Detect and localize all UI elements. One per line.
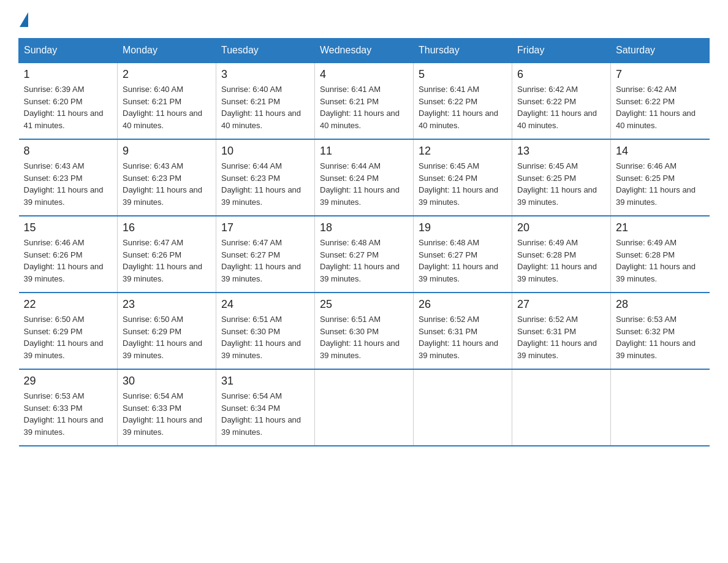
day-info: Sunrise: 6:39 AM Sunset: 6:20 PM Dayligh… (24, 83, 113, 131)
table-row: 20Sunrise: 6:49 AM Sunset: 6:28 PM Dayli… (512, 216, 611, 293)
day-number: 15 (24, 221, 113, 234)
table-row: 24Sunrise: 6:51 AM Sunset: 6:30 PM Dayli… (216, 293, 315, 369)
week-row-2: 8Sunrise: 6:43 AM Sunset: 6:23 PM Daylig… (19, 139, 710, 216)
table-row: 21Sunrise: 6:49 AM Sunset: 6:28 PM Dayli… (611, 216, 710, 293)
day-info: Sunrise: 6:43 AM Sunset: 6:23 PM Dayligh… (123, 160, 211, 208)
table-row: 26Sunrise: 6:52 AM Sunset: 6:31 PM Dayli… (414, 293, 512, 369)
day-number: 23 (123, 298, 211, 311)
table-row: 9Sunrise: 6:43 AM Sunset: 6:23 PM Daylig… (118, 139, 216, 216)
day-info: Sunrise: 6:54 AM Sunset: 6:33 PM Dayligh… (123, 390, 211, 438)
day-info: Sunrise: 6:52 AM Sunset: 6:31 PM Dayligh… (517, 313, 605, 361)
table-row: 27Sunrise: 6:52 AM Sunset: 6:31 PM Dayli… (512, 293, 611, 369)
table-row: 14Sunrise: 6:46 AM Sunset: 6:25 PM Dayli… (611, 139, 710, 216)
table-row: 17Sunrise: 6:47 AM Sunset: 6:27 PM Dayli… (216, 216, 315, 293)
page-header (18, 12, 710, 26)
calendar-header: SundayMondayTuesdayWednesdayThursdayFrid… (19, 39, 710, 63)
header-saturday: Saturday (611, 39, 710, 63)
table-row: 23Sunrise: 6:50 AM Sunset: 6:29 PM Dayli… (118, 293, 216, 369)
table-row: 29Sunrise: 6:53 AM Sunset: 6:33 PM Dayli… (19, 369, 118, 446)
day-number: 10 (221, 145, 309, 158)
logo (18, 12, 28, 26)
header-monday: Monday (118, 39, 216, 63)
table-row (315, 369, 414, 446)
header-thursday: Thursday (414, 39, 512, 63)
day-number: 14 (616, 145, 705, 158)
day-info: Sunrise: 6:42 AM Sunset: 6:22 PM Dayligh… (616, 83, 705, 131)
day-info: Sunrise: 6:45 AM Sunset: 6:24 PM Dayligh… (419, 160, 507, 208)
day-info: Sunrise: 6:48 AM Sunset: 6:27 PM Dayligh… (419, 237, 507, 285)
header-row: SundayMondayTuesdayWednesdayThursdayFrid… (19, 39, 710, 63)
day-info: Sunrise: 6:47 AM Sunset: 6:27 PM Dayligh… (221, 237, 309, 285)
table-row: 30Sunrise: 6:54 AM Sunset: 6:33 PM Dayli… (118, 369, 216, 446)
day-info: Sunrise: 6:46 AM Sunset: 6:25 PM Dayligh… (616, 160, 705, 208)
day-info: Sunrise: 6:48 AM Sunset: 6:27 PM Dayligh… (320, 237, 408, 285)
day-info: Sunrise: 6:53 AM Sunset: 6:33 PM Dayligh… (24, 390, 113, 438)
day-number: 7 (616, 68, 705, 81)
day-info: Sunrise: 6:43 AM Sunset: 6:23 PM Dayligh… (24, 160, 113, 208)
day-number: 20 (517, 221, 605, 234)
day-number: 17 (221, 221, 309, 234)
table-row: 1Sunrise: 6:39 AM Sunset: 6:20 PM Daylig… (19, 63, 118, 139)
day-info: Sunrise: 6:49 AM Sunset: 6:28 PM Dayligh… (517, 237, 605, 285)
table-row: 22Sunrise: 6:50 AM Sunset: 6:29 PM Dayli… (19, 293, 118, 369)
day-number: 1 (24, 68, 113, 81)
day-number: 21 (616, 221, 705, 234)
header-friday: Friday (512, 39, 611, 63)
day-number: 11 (320, 145, 408, 158)
table-row (414, 369, 512, 446)
week-row-5: 29Sunrise: 6:53 AM Sunset: 6:33 PM Dayli… (19, 369, 710, 446)
table-row: 2Sunrise: 6:40 AM Sunset: 6:21 PM Daylig… (118, 63, 216, 139)
day-number: 19 (419, 221, 507, 234)
day-info: Sunrise: 6:44 AM Sunset: 6:24 PM Dayligh… (320, 160, 408, 208)
day-number: 8 (24, 145, 113, 158)
day-info: Sunrise: 6:46 AM Sunset: 6:26 PM Dayligh… (24, 237, 113, 285)
day-number: 2 (123, 68, 211, 81)
day-number: 6 (517, 68, 605, 81)
day-number: 4 (320, 68, 408, 81)
day-number: 25 (320, 298, 408, 311)
day-number: 30 (123, 375, 211, 388)
table-row: 28Sunrise: 6:53 AM Sunset: 6:32 PM Dayli… (611, 293, 710, 369)
table-row: 12Sunrise: 6:45 AM Sunset: 6:24 PM Dayli… (414, 139, 512, 216)
day-number: 31 (221, 375, 309, 388)
day-number: 18 (320, 221, 408, 234)
day-number: 16 (123, 221, 211, 234)
table-row: 13Sunrise: 6:45 AM Sunset: 6:25 PM Dayli… (512, 139, 611, 216)
table-row: 6Sunrise: 6:42 AM Sunset: 6:22 PM Daylig… (512, 63, 611, 139)
calendar-body: 1Sunrise: 6:39 AM Sunset: 6:20 PM Daylig… (19, 63, 710, 446)
table-row (611, 369, 710, 446)
day-info: Sunrise: 6:50 AM Sunset: 6:29 PM Dayligh… (24, 313, 113, 361)
header-sunday: Sunday (19, 39, 118, 63)
day-number: 26 (419, 298, 507, 311)
day-number: 13 (517, 145, 605, 158)
day-info: Sunrise: 6:45 AM Sunset: 6:25 PM Dayligh… (517, 160, 605, 208)
day-number: 29 (24, 375, 113, 388)
day-number: 28 (616, 298, 705, 311)
header-wednesday: Wednesday (315, 39, 414, 63)
week-row-4: 22Sunrise: 6:50 AM Sunset: 6:29 PM Dayli… (19, 293, 710, 369)
day-number: 24 (221, 298, 309, 311)
table-row: 16Sunrise: 6:47 AM Sunset: 6:26 PM Dayli… (118, 216, 216, 293)
table-row: 15Sunrise: 6:46 AM Sunset: 6:26 PM Dayli… (19, 216, 118, 293)
table-row: 31Sunrise: 6:54 AM Sunset: 6:34 PM Dayli… (216, 369, 315, 446)
table-row: 18Sunrise: 6:48 AM Sunset: 6:27 PM Dayli… (315, 216, 414, 293)
table-row: 7Sunrise: 6:42 AM Sunset: 6:22 PM Daylig… (611, 63, 710, 139)
day-info: Sunrise: 6:54 AM Sunset: 6:34 PM Dayligh… (221, 390, 309, 438)
day-info: Sunrise: 6:40 AM Sunset: 6:21 PM Dayligh… (123, 83, 211, 131)
day-info: Sunrise: 6:44 AM Sunset: 6:23 PM Dayligh… (221, 160, 309, 208)
day-number: 5 (419, 68, 507, 81)
table-row: 25Sunrise: 6:51 AM Sunset: 6:30 PM Dayli… (315, 293, 414, 369)
day-info: Sunrise: 6:51 AM Sunset: 6:30 PM Dayligh… (221, 313, 309, 361)
week-row-1: 1Sunrise: 6:39 AM Sunset: 6:20 PM Daylig… (19, 63, 710, 139)
day-info: Sunrise: 6:49 AM Sunset: 6:28 PM Dayligh… (616, 237, 705, 285)
table-row: 10Sunrise: 6:44 AM Sunset: 6:23 PM Dayli… (216, 139, 315, 216)
header-tuesday: Tuesday (216, 39, 315, 63)
day-info: Sunrise: 6:47 AM Sunset: 6:26 PM Dayligh… (123, 237, 211, 285)
day-number: 12 (419, 145, 507, 158)
day-number: 9 (123, 145, 211, 158)
logo-triangle-icon (20, 12, 28, 27)
day-info: Sunrise: 6:50 AM Sunset: 6:29 PM Dayligh… (123, 313, 211, 361)
day-info: Sunrise: 6:42 AM Sunset: 6:22 PM Dayligh… (517, 83, 605, 131)
table-row: 5Sunrise: 6:41 AM Sunset: 6:22 PM Daylig… (414, 63, 512, 139)
day-number: 3 (221, 68, 309, 81)
